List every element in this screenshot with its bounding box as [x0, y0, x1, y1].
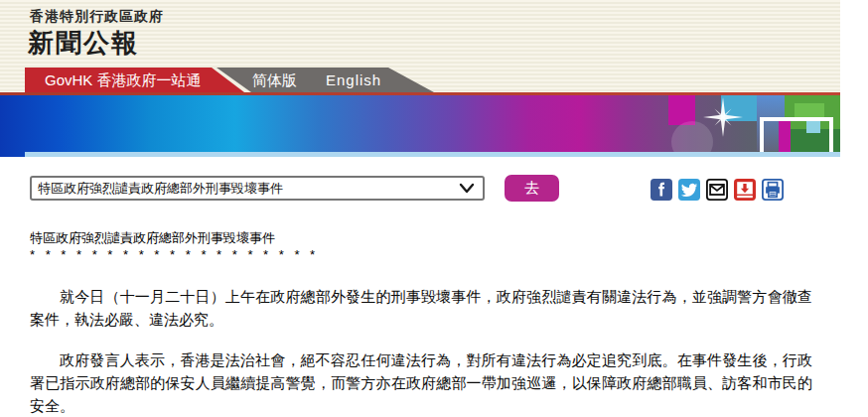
article-title: 特區政府強烈譴責政府總部外刑事毀壞事件 [30, 229, 275, 247]
banner-decoration-inner-magenta-bar [779, 121, 791, 153]
tab-govhk-label: GovHK 香港政府一站通 [45, 71, 202, 90]
twitter-share-icon[interactable] [678, 179, 700, 201]
article-separator: * * * * * * * * * * * * * * * * * * * [30, 247, 315, 262]
article-paragraph: 政府發言人表示，香港是法治社會，絕不容忍任何違法行為，對所有違法行為必定追究到底… [30, 348, 812, 417]
government-name: 香港特別行政區政府 [30, 8, 164, 26]
page-title: 新聞公報 [28, 26, 139, 61]
banner-decoration-square-outline [760, 117, 833, 157]
article-paragraph: 就今日（十一月二十日）上午在政府總部外發生的刑事毀壞事件，政府強烈譴責有關違法行… [30, 285, 812, 331]
banner-decoration-inner-cyan-square [806, 121, 820, 133]
tab-simplified-chinese[interactable]: 简体版 [252, 71, 297, 90]
page: 香港特別行政區政府 新聞公報 GovHK 香港政府一站通 简体版 English… [0, 0, 868, 417]
press-release-select[interactable]: 特區政府強烈譴責政府總部外刑事毀壞事件 [30, 176, 485, 201]
go-button[interactable]: 去 [505, 175, 559, 202]
email-share-icon[interactable] [706, 179, 728, 201]
share-toolbar [651, 179, 784, 201]
banner-graphic [0, 95, 840, 157]
tab-english[interactable]: English [326, 71, 381, 88]
print-share-icon[interactable] [762, 179, 784, 201]
tab-govhk[interactable]: GovHK 香港政府一站通 [25, 68, 244, 92]
sparkle-icon [703, 97, 743, 137]
banner-bottom-strip [25, 152, 840, 157]
facebook-share-icon[interactable] [651, 179, 672, 201]
save-share-icon[interactable] [734, 179, 756, 201]
